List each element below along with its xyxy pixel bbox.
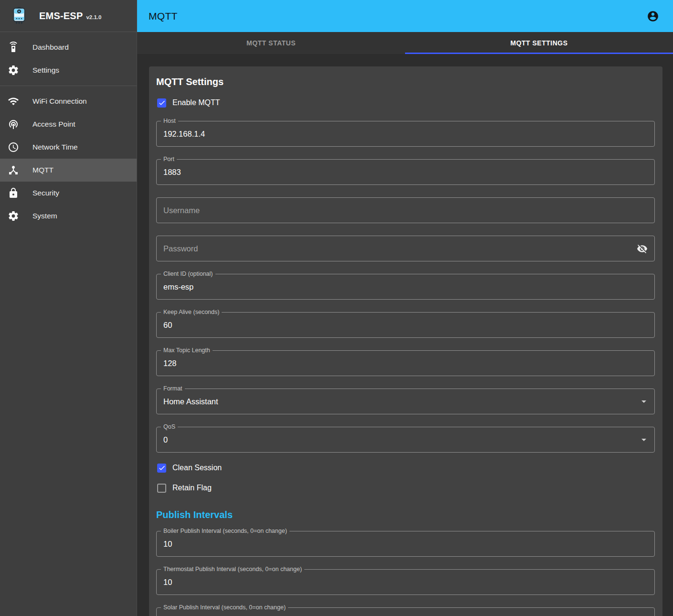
checkbox-label: Retain Flag [172, 484, 212, 492]
tab-bar: MQTT STATUS MQTT SETTINGS [137, 32, 673, 54]
sidebar-item-settings[interactable]: Settings [0, 59, 137, 82]
wifi-icon [8, 96, 19, 107]
brand-name: EMS-ESP [39, 11, 83, 22]
account-circle-icon [647, 10, 659, 22]
max-topic-length-field: Max Topic Length [156, 350, 655, 376]
mqtt-settings-card: MQTT Settings Enable MQTT Host Port [149, 66, 662, 616]
host-field: Host [156, 121, 655, 147]
tab-mqtt-status[interactable]: MQTT STATUS [137, 32, 405, 54]
sidebar-item-label: Network Time [32, 143, 78, 151]
sidebar-item-label: MQTT [32, 166, 53, 174]
username-input[interactable] [157, 198, 654, 223]
field-label: Format [161, 385, 185, 392]
active-tab-indicator [405, 53, 673, 54]
sidebar-item-label: System [32, 212, 57, 220]
gear-icon [8, 210, 19, 222]
retain-flag-checkbox-row[interactable]: Retain Flag [156, 482, 655, 494]
max-topic-length-input[interactable] [157, 351, 654, 376]
tab-label: MQTT SETTINGS [510, 39, 567, 47]
checkbox-checked-icon[interactable] [157, 98, 166, 108]
sidebar-item-label: WiFi Connection [32, 97, 87, 106]
sidebar-nav-primary: Dashboard Settings [0, 32, 137, 86]
sidebar-item-dashboard[interactable]: Dashboard [0, 36, 137, 59]
lock-icon [8, 187, 19, 199]
keep-alive-field: Keep Alive (seconds) [156, 312, 655, 338]
solar-publish-interval-field: Solar Publish Interval (seconds, 0=on ch… [156, 607, 655, 616]
device-hub-icon [8, 164, 19, 176]
page-title: MQTT [149, 11, 178, 22]
sidebar: EMS-ESP v2.1.0 Dashboard Settings [0, 0, 137, 616]
field-label: Max Topic Length [161, 347, 213, 354]
sidebar-item-label: Settings [32, 66, 59, 75]
field-label: Keep Alive (seconds) [161, 309, 222, 316]
client-id-field: Client ID (optional) [156, 274, 655, 300]
settings-remote-icon [8, 42, 19, 53]
sidebar-item-wifi-connection[interactable]: WiFi Connection [0, 90, 137, 113]
chevron-down-icon [641, 400, 646, 403]
checkbox-unchecked-icon[interactable] [157, 484, 166, 493]
format-select[interactable]: Format Home Assistant [156, 389, 655, 414]
qos-selected-value: 0 [163, 435, 168, 444]
tab-mqtt-settings[interactable]: MQTT SETTINGS [405, 32, 673, 54]
field-label: Boiler Publish Interval (seconds, 0=on c… [161, 528, 289, 535]
checkbox-label: Enable MQTT [172, 98, 220, 107]
field-label: QoS [161, 423, 178, 431]
sidebar-item-label: Security [32, 189, 59, 197]
tab-label: MQTT STATUS [246, 39, 296, 47]
client-id-input[interactable] [157, 274, 654, 299]
brand-version: v2.1.0 [86, 14, 101, 20]
qos-select[interactable]: QoS 0 [156, 427, 655, 453]
checkbox-label: Clean Session [172, 464, 222, 472]
card-title: MQTT Settings [156, 76, 655, 87]
clean-session-checkbox-row[interactable]: Clean Session [156, 462, 655, 474]
app-logo-boiler-icon [10, 6, 29, 25]
gear-icon [8, 65, 19, 76]
appbar: MQTT [137, 0, 673, 32]
publish-intervals-heading: Publish Intervals [156, 509, 655, 520]
boiler-publish-interval-input[interactable] [157, 531, 654, 556]
chevron-down-icon [641, 439, 646, 441]
boiler-publish-interval-field: Boiler Publish Interval (seconds, 0=on c… [156, 531, 655, 557]
keep-alive-input[interactable] [157, 313, 654, 337]
clock-icon [8, 141, 19, 153]
sidebar-item-label: Dashboard [32, 43, 69, 52]
field-label: Thermostat Publish Interval (seconds, 0=… [161, 566, 304, 573]
sidebar-item-mqtt[interactable]: MQTT [0, 159, 137, 182]
field-label: Host [161, 118, 178, 125]
field-label: Client ID (optional) [161, 270, 215, 278]
sidebar-item-access-point[interactable]: Access Point [0, 113, 137, 136]
field-label: Solar Publish Interval (seconds, 0=on ch… [161, 604, 288, 611]
main-area: MQTT MQTT STATUS MQTT SETTINGS MQTT Sett… [137, 0, 673, 616]
sidebar-item-system[interactable]: System [0, 205, 137, 227]
format-selected-value: Home Assistant [163, 397, 218, 406]
enable-mqtt-checkbox-row[interactable]: Enable MQTT [156, 97, 655, 108]
content-area: MQTT Settings Enable MQTT Host Port [137, 54, 673, 616]
username-field [156, 197, 655, 223]
password-field [156, 236, 655, 261]
sidebar-item-network-time[interactable]: Network Time [0, 136, 137, 159]
checkbox-checked-icon[interactable] [157, 464, 166, 473]
sidebar-header: EMS-ESP v2.1.0 [0, 0, 137, 32]
thermostat-publish-interval-field: Thermostat Publish Interval (seconds, 0=… [156, 569, 655, 595]
toggle-password-visibility-button[interactable] [634, 241, 650, 256]
account-button[interactable] [643, 7, 662, 26]
port-field: Port [156, 159, 655, 185]
field-label: Port [161, 156, 177, 163]
app-root: EMS-ESP v2.1.0 Dashboard Settings [0, 0, 673, 616]
port-input[interactable] [157, 160, 654, 184]
host-input[interactable] [157, 121, 654, 146]
brand: EMS-ESP v2.1.0 [39, 11, 101, 22]
thermostat-publish-interval-input[interactable] [157, 570, 654, 594]
wifi-tethering-icon [8, 119, 19, 130]
sidebar-item-security[interactable]: Security [0, 182, 137, 205]
password-input[interactable] [157, 236, 654, 261]
sidebar-nav-secondary: WiFi Connection Access Point Network Tim… [0, 86, 137, 231]
sidebar-item-label: Access Point [32, 120, 75, 129]
visibility-off-icon [637, 243, 648, 254]
